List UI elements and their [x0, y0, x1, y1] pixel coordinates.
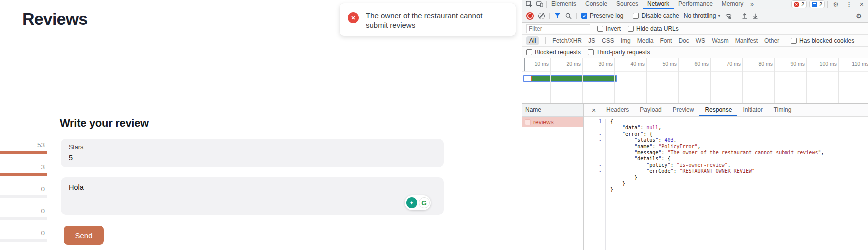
- filter-chip-font[interactable]: Font: [660, 38, 672, 44]
- error-toast: ✕ The owner of the restaurant cannot sub…: [340, 4, 516, 36]
- timeline-tick-label: 90 ms: [775, 61, 805, 67]
- name-column-header[interactable]: Name: [522, 104, 583, 117]
- filter-chip-fetch-xhr[interactable]: Fetch/XHR: [552, 38, 582, 44]
- fold-marker-icon[interactable]: -: [584, 125, 602, 131]
- fold-marker-icon[interactable]: -: [584, 132, 602, 138]
- detail-tab-response[interactable]: Response: [699, 104, 737, 116]
- devtools-tab-memory[interactable]: Memory: [717, 0, 748, 9]
- rating-count: 3: [0, 164, 47, 171]
- fold-marker-icon[interactable]: -: [584, 168, 602, 174]
- network-settings-gear-icon[interactable]: ⚙: [853, 12, 864, 20]
- fold-marker-icon[interactable]: -: [584, 144, 602, 150]
- hide-data-urls-checkbox[interactable]: Hide data URLs: [628, 26, 679, 32]
- devtools-tab-network[interactable]: Network: [643, 0, 674, 9]
- import-har-icon[interactable]: [742, 13, 748, 20]
- filter-funnel-icon[interactable]: [554, 13, 561, 19]
- device-toolbar-icon[interactable]: [536, 2, 543, 8]
- review-textarea[interactable]: Hola ✦ G: [61, 178, 444, 215]
- more-tabs-icon[interactable]: »: [748, 1, 756, 8]
- filter-input[interactable]: [526, 24, 590, 34]
- third-party-requests-checkbox[interactable]: Third-party requests: [588, 49, 650, 56]
- devtools-tab-console[interactable]: Console: [581, 0, 612, 9]
- search-icon[interactable]: [565, 13, 572, 20]
- disable-cache-checkbox[interactable]: Disable cache: [633, 12, 679, 20]
- network-toolbar: Preserve log Disable cache No throttling…: [522, 10, 868, 23]
- has-blocked-cookies-checkbox[interactable]: Has blocked cookies: [791, 38, 854, 44]
- stars-value: 5: [69, 154, 444, 162]
- devtools-tabs: ElementsConsoleSourcesNetworkPerformance…: [547, 0, 748, 9]
- detail-tab-initiator[interactable]: Initiator: [737, 104, 768, 116]
- checkbox-icon[interactable]: [597, 26, 603, 32]
- close-devtools-icon[interactable]: ×: [857, 0, 866, 8]
- clear-icon[interactable]: [538, 13, 545, 20]
- checkbox-icon[interactable]: [791, 38, 797, 44]
- filter-chip-doc[interactable]: Doc: [678, 38, 689, 44]
- checkbox-icon[interactable]: [633, 13, 639, 19]
- fold-marker-icon[interactable]: -: [584, 156, 602, 162]
- devtools-tab-performance[interactable]: Performance: [674, 0, 717, 9]
- stars-field[interactable]: Stars 5: [61, 139, 444, 168]
- fold-marker-icon[interactable]: -: [584, 181, 602, 187]
- error-badge[interactable]: ✕ 2: [791, 0, 807, 8]
- network-conditions-icon[interactable]: [725, 13, 732, 20]
- kebab-menu-icon[interactable]: ⋮: [844, 1, 855, 8]
- fold-marker-icon[interactable]: -: [584, 138, 602, 144]
- devtools-tab-elements[interactable]: Elements: [547, 0, 581, 9]
- filter-chip-manifest[interactable]: Manifest: [735, 38, 758, 44]
- blocked-requests-checkbox[interactable]: Blocked requests: [526, 49, 581, 56]
- filter-chip-js[interactable]: JS: [588, 38, 595, 44]
- filter-bar: Invert Hide data URLs: [522, 23, 868, 35]
- checkbox-icon[interactable]: [588, 50, 594, 56]
- inspect-icon[interactable]: [526, 1, 533, 8]
- checkbox-icon[interactable]: [526, 50, 532, 56]
- filter-chip-ws[interactable]: WS: [696, 38, 705, 44]
- fold-marker-icon[interactable]: -: [584, 187, 602, 193]
- fold-marker-icon[interactable]: -: [584, 150, 602, 156]
- timeline-tick-label: 80 ms: [743, 61, 773, 67]
- detail-tab-headers[interactable]: Headers: [601, 104, 634, 116]
- close-detail-icon[interactable]: ×: [588, 106, 599, 114]
- filter-chip-all[interactable]: All: [526, 36, 539, 46]
- export-har-icon[interactable]: [752, 13, 758, 20]
- toast-message: The owner of the restaurant cannot submi…: [366, 11, 497, 30]
- rating-distribution: 533000: [0, 142, 47, 250]
- fold-marker-icon[interactable]: -: [584, 162, 602, 168]
- filter-chip-media[interactable]: Media: [637, 38, 654, 44]
- error-circle-icon: ✕: [348, 12, 359, 24]
- devtools-tabbar: ElementsConsoleSourcesNetworkPerformance…: [522, 0, 868, 10]
- filter-chip-wasm[interactable]: Wasm: [712, 38, 729, 44]
- record-icon[interactable]: [526, 12, 534, 20]
- code-line: "error": {: [610, 132, 824, 138]
- grammarly-icon[interactable]: G: [419, 198, 430, 208]
- request-row-reviews[interactable]: reviews: [522, 117, 583, 128]
- invert-label: Invert: [606, 26, 621, 32]
- checkbox-checked-icon[interactable]: [581, 13, 587, 19]
- code-token: ,: [698, 144, 701, 150]
- settings-gear-icon[interactable]: ⚙: [830, 1, 841, 8]
- detail-tab-timing[interactable]: Timing: [768, 104, 797, 116]
- detail-tab-payload[interactable]: Payload: [634, 104, 667, 116]
- preserve-log-checkbox[interactable]: Preserve log: [581, 12, 623, 20]
- message-badge[interactable]: 2: [809, 0, 825, 8]
- invert-checkbox[interactable]: Invert: [597, 26, 621, 32]
- filter-chip-css[interactable]: CSS: [602, 38, 614, 44]
- detail-tabs: × HeadersPayloadPreviewResponseInitiator…: [584, 104, 868, 117]
- detail-tab-preview[interactable]: Preview: [667, 104, 700, 116]
- suggestion-bulb-icon[interactable]: ✦: [406, 198, 417, 208]
- code-token: "details": {: [610, 156, 670, 162]
- filter-chip-img[interactable]: Img: [621, 38, 631, 44]
- waterfall-download-segment: [532, 76, 616, 82]
- throttling-dropdown[interactable]: No throttling ▾: [684, 12, 720, 20]
- filter-chip-other[interactable]: Other: [764, 38, 779, 44]
- divider: [737, 13, 737, 20]
- code-line: "status": 403,: [610, 138, 824, 144]
- send-button[interactable]: Send: [64, 226, 104, 245]
- waterfall-overview-bar[interactable]: [523, 75, 617, 82]
- code-line: "message": "The owner of the restaurant …: [610, 150, 824, 156]
- fold-marker-icon[interactable]: -: [584, 175, 602, 181]
- devtools-tab-sources[interactable]: Sources: [612, 0, 643, 9]
- checkbox-icon[interactable]: [628, 26, 634, 32]
- code-line: "errCode": "RESTAURANT_OWNER_REVIEW": [610, 168, 824, 174]
- code-token: "PolicyError": [658, 144, 697, 150]
- grammarly-widget[interactable]: ✦ G: [405, 196, 431, 210]
